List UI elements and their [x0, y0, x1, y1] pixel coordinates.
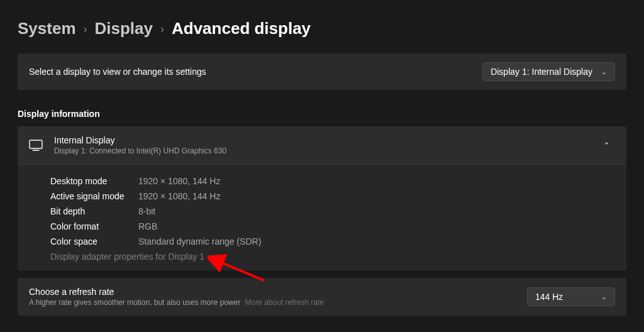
info-key: Color format — [50, 221, 138, 231]
refresh-rate-desc: A higher rate gives smoother motion, but… — [29, 298, 527, 307]
display-info-card: Internal Display Display 1: Connected to… — [18, 126, 626, 270]
info-row: Bit depth8-bit — [50, 204, 615, 219]
refresh-rate-value: 144 Hz — [535, 292, 563, 302]
info-value: RGB — [138, 221, 157, 231]
chevron-down-icon: ⌄ — [601, 293, 607, 301]
refresh-rate-text: Choose a refresh rate A higher rate give… — [29, 287, 527, 307]
select-display-card: Select a display to view or change its s… — [18, 53, 626, 90]
more-about-refresh-rate-link[interactable]: More about refresh rate — [245, 298, 324, 307]
display-info-header[interactable]: Internal Display Display 1: Connected to… — [18, 126, 626, 164]
refresh-rate-dropdown[interactable]: 144 Hz ⌄ — [527, 287, 615, 306]
info-value: Standard dynamic range (SDR) — [138, 236, 261, 246]
info-key: Desktop mode — [50, 176, 138, 186]
display-info-subtitle: Display 1: Connected to Intel(R) UHD Gra… — [54, 147, 587, 155]
breadcrumb-current: Advanced display — [172, 19, 311, 38]
display-selector-value: Display 1: Internal Display — [491, 67, 592, 77]
info-row: Active signal mode1920 × 1080, 144 Hz — [50, 189, 615, 204]
breadcrumb: System › Display › Advanced display — [18, 19, 626, 38]
refresh-rate-card: Choose a refresh rate A higher rate give… — [18, 278, 626, 316]
section-heading: Display information — [18, 109, 626, 119]
info-key: Bit depth — [50, 206, 138, 216]
breadcrumb-system[interactable]: System — [18, 19, 76, 38]
info-row: Color spaceStandard dynamic range (SDR) — [50, 234, 615, 249]
chevron-right-icon: › — [84, 23, 87, 36]
monitor-icon — [29, 140, 43, 151]
display-info-header-text: Internal Display Display 1: Connected to… — [54, 135, 587, 155]
info-value: 1920 × 1080, 144 Hz — [138, 191, 220, 201]
info-value: 8-bit — [138, 206, 155, 216]
select-display-label: Select a display to view or change its s… — [29, 67, 206, 77]
display-selector-dropdown[interactable]: Display 1: Internal Display ⌄ — [482, 62, 615, 81]
refresh-rate-title: Choose a refresh rate — [29, 287, 527, 297]
display-info-body: Desktop mode1920 × 1080, 144 Hz Active s… — [18, 164, 626, 270]
refresh-rate-desc-text: A higher rate gives smoother motion, but… — [29, 298, 240, 307]
info-row: Color formatRGB — [50, 219, 615, 234]
info-row: Desktop mode1920 × 1080, 144 Hz — [50, 174, 615, 189]
breadcrumb-display[interactable]: Display — [95, 19, 153, 38]
chevron-up-icon[interactable]: ⌃ — [598, 138, 615, 153]
chevron-down-icon: ⌄ — [601, 68, 607, 76]
info-key: Active signal mode — [50, 191, 138, 201]
chevron-right-icon: › — [160, 23, 164, 36]
svg-rect-0 — [30, 140, 42, 148]
info-key: Color space — [50, 236, 138, 246]
adapter-properties-link[interactable]: Display adapter properties for Display 1 — [50, 252, 615, 262]
display-info-title: Internal Display — [54, 135, 587, 145]
info-value: 1920 × 1080, 144 Hz — [138, 176, 220, 186]
